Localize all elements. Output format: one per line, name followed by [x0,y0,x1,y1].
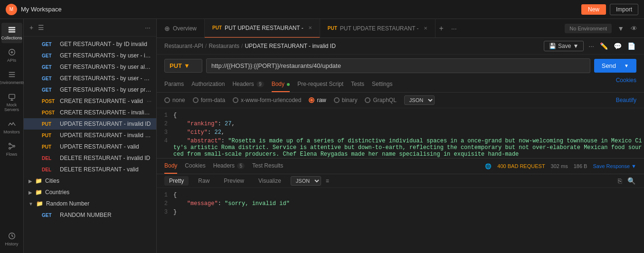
res-opt-visualize[interactable]: Visualize [254,176,286,186]
tab-close-button[interactable]: ✕ [424,26,427,31]
method-selector[interactable]: PUT ▼ [164,59,202,73]
search-response-button[interactable]: 🔍 [626,176,636,186]
res-tab-cookies[interactable]: Cookies [185,159,205,174]
line-content: "message": "sorry, invalid id" [173,200,290,207]
svg-point-6 [13,145,15,147]
line-content: { [173,192,177,198]
filter-button[interactable]: ☰ [37,23,45,32]
list-item[interactable]: PUT UPDATE RESTAURANT - valid [24,141,156,152]
tab-headers[interactable]: Headers 9 [232,77,264,92]
tab-more-button[interactable]: ··· [447,25,461,32]
res-tab-headers[interactable]: Headers 5 [213,159,245,174]
option-raw[interactable]: raw [309,97,326,103]
tab-put-update-2[interactable]: PUT PUT UPDATE RESTAURANT - ✕ [320,19,436,38]
breadcrumb-part-1[interactable]: Restaurant-API [164,43,203,49]
method-badge: POST [42,99,57,104]
sidebar-item-apis[interactable]: APIs [1,45,22,66]
item-more[interactable]: ··· [147,98,152,104]
tab-pre-request[interactable]: Pre-request Script [297,77,343,92]
sidebar-item-flows[interactable]: Flows [1,139,22,159]
sidebar-item-history[interactable]: History [1,229,22,249]
option-binary[interactable]: binary [334,97,358,103]
list-item[interactable]: GET GET RESTAURANT - by ID invalid [24,38,156,50]
option-none[interactable]: none [164,97,185,103]
option-urlencoded[interactable]: x-www-form-urlencoded [233,97,301,103]
save-dropdown-icon[interactable]: ▼ [573,43,578,49]
tab-body[interactable]: Body [272,77,290,92]
list-item[interactable]: GET GET RESTAURANTS - by user - public o… [24,73,156,84]
breadcrumb-active: UPDATE RESTAURANT - invalid ID [245,43,335,49]
chevron-down-icon: ▼ [28,201,33,206]
save-response-button[interactable]: Save Response ▼ [593,163,636,169]
folder-countries[interactable]: ▶ 📁 Countries [24,187,156,198]
list-item[interactable]: GET GET RESTAURANTS - by user - invalid … [24,50,156,61]
tab-authorization[interactable]: Authorization [191,77,225,92]
sidebar-item-environments[interactable]: Environments [1,67,22,88]
tab-overview[interactable]: ⊕ Overview [157,19,205,38]
format-icon[interactable]: ≡ [326,178,329,184]
res-opt-pretty[interactable]: Pretty [164,176,189,186]
res-opt-raw[interactable]: Raw [193,176,214,186]
more-request-options[interactable]: ··· [587,41,595,51]
tab-put-update-1[interactable]: PUT PUT UPDATE RESTAURANT - ✕ [205,19,320,38]
save-response-dropdown: ▼ [631,163,636,169]
sidebar-item-mock-servers[interactable]: Mock Servers [1,90,22,115]
tab-settings[interactable]: Settings [372,77,392,92]
tab-params[interactable]: Params [164,77,184,92]
item-name: GET RESTAURANTS - by user private only [60,86,152,93]
import-button[interactable]: Import [610,4,638,15]
put-badge: PUT [212,25,222,30]
line-number: 2 [157,200,173,207]
folder-random-number[interactable]: ▼ 📁 Random Number [24,198,156,209]
add-collection-button[interactable]: + [28,23,34,32]
list-item[interactable]: GET RANDOM NUMBER [24,209,156,221]
edit-button[interactable]: ✏️ [599,41,609,51]
environment-selector[interactable]: No Environment [565,24,612,33]
json-type-selector[interactable]: JSON [404,95,435,105]
list-item[interactable]: GET GET RESTAURANTS - by user all pagina… [24,61,156,73]
breadcrumb-part-2[interactable]: Restaurants [208,43,239,49]
comment-button[interactable]: 💬 [613,41,623,51]
url-input[interactable] [206,58,590,73]
list-item[interactable]: GET GET RESTAURANTS - by user private on… [24,84,156,95]
tab-tests[interactable]: Tests [351,77,364,92]
send-dropdown-icon[interactable]: ▼ [620,63,629,68]
list-item[interactable]: DEL DELETE RESTAURANT - valid [24,164,156,175]
more-options-button[interactable]: ··· [144,23,152,32]
sidebar-item-monitors[interactable]: Monitors [1,117,22,137]
top-bar: M My Workspace New Import [0,0,644,19]
tabs-bar: ⊕ Overview PUT PUT UPDATE RESTAURANT - ✕… [157,19,644,38]
add-tab-button[interactable]: + [436,24,447,33]
sidebar-item-collections[interactable]: Collections [1,23,22,43]
cookies-link[interactable]: Cookies [616,77,636,92]
save-icon: 💾 [549,43,556,49]
new-button[interactable]: New [581,4,606,15]
folder-cities[interactable]: ▶ 📁 Cities [24,175,156,187]
list-item-active[interactable]: PUT UPDATE RESTAURANT - invalid ID [24,118,156,130]
flows-label: Flows [6,152,18,157]
response-code-editor[interactable]: 1 { 2 "message": "sorry, invalid id" 3 } [157,188,644,253]
res-tab-test-results[interactable]: Test Results [252,159,283,174]
list-item[interactable]: POST CREATE RESTAURANTE - invalid missin… [24,107,156,118]
tab-close-button[interactable]: ✕ [308,25,312,30]
list-item[interactable]: POST CREATE RESTAURANTE - valid ··· [24,95,156,107]
option-graphql[interactable]: GraphQL [365,97,396,103]
eye-icon-button[interactable]: 👁 [630,24,638,33]
send-button[interactable]: Send ▼ [594,59,636,73]
env-dropdown-button[interactable]: ▼ [616,24,625,33]
headers-count: 9 [256,81,264,87]
option-form-data[interactable]: form-data [193,97,225,103]
tab-label: PUT UPDATE RESTAURANT - [340,25,419,32]
beautify-button[interactable]: Beautify [616,97,636,103]
save-button[interactable]: 💾 Save ▼ [544,41,584,51]
res-json-selector[interactable]: JSON [291,176,321,186]
list-item[interactable]: PUT UPDATE RESTAURANT - invalid paramate… [24,130,156,141]
radio-raw [309,97,314,103]
copy-response-button[interactable]: ⎘ [617,176,623,186]
res-tab-body[interactable]: Body [164,159,177,174]
res-opt-preview[interactable]: Preview [219,176,249,186]
apis-label: APIs [7,58,16,63]
list-item[interactable]: DEL DELETE RESTAURANT - invalid ID [24,152,156,164]
code-editor[interactable]: 1 { 2 "ranking": 27, 3 "city": 22, 4 "ab… [157,108,644,158]
docs-button[interactable]: 📄 [626,41,636,51]
